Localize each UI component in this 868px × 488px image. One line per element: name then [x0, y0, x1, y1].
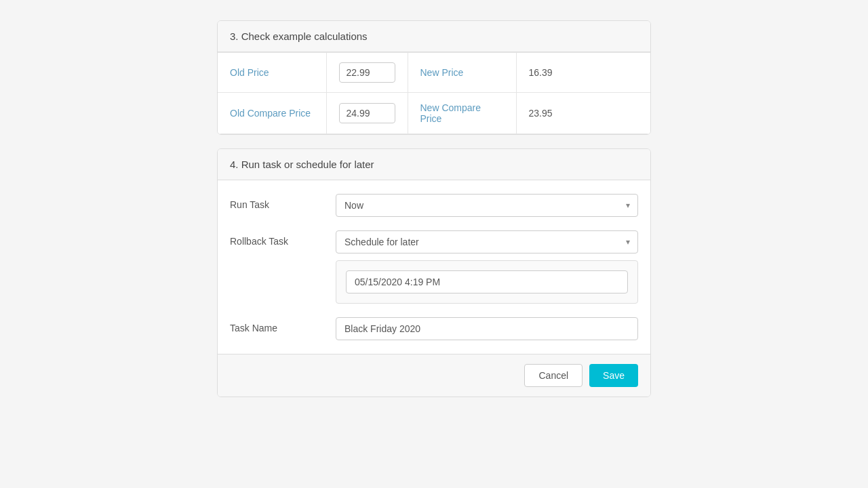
- schedule-datetime-input[interactable]: [346, 270, 628, 293]
- cancel-button[interactable]: Cancel: [524, 364, 583, 387]
- old-price-input-cell: [326, 53, 408, 93]
- section3-body: Old Price New Price 16.39 Old Compare Pr…: [218, 52, 650, 134]
- page-container: 3. Check example calculations Old Price …: [217, 20, 651, 397]
- section3-card: 3. Check example calculations Old Price …: [217, 20, 651, 135]
- section4-title: 4. Run task or schedule for later: [218, 149, 650, 180]
- save-button[interactable]: Save: [589, 364, 638, 387]
- run-task-control: Now Schedule for later ▾: [336, 194, 638, 217]
- rollback-task-row: Rollback Task Schedule for later Now ▾: [230, 230, 638, 304]
- section4-card: 4. Run task or schedule for later Run Ta…: [217, 148, 651, 397]
- section3-title: 3. Check example calculations: [218, 21, 650, 52]
- rollback-task-select-wrapper: Schedule for later Now ▾: [336, 230, 638, 253]
- run-task-select-wrapper: Now Schedule for later ▾: [336, 194, 638, 217]
- rollback-task-control: Schedule for later Now ▾: [336, 230, 638, 304]
- task-name-row: Task Name: [230, 317, 638, 340]
- table-row: Old Compare Price New Compare Price 23.9…: [218, 93, 650, 134]
- old-price-input[interactable]: [339, 62, 395, 83]
- task-name-input[interactable]: [336, 317, 638, 340]
- run-task-label: Run Task: [230, 194, 325, 210]
- run-task-row: Run Task Now Schedule for later ▾: [230, 194, 638, 217]
- task-name-label: Task Name: [230, 317, 325, 333]
- old-compare-price-input[interactable]: [339, 103, 395, 123]
- old-compare-price-input-cell: [326, 93, 408, 134]
- old-price-label: Old Price: [218, 53, 326, 93]
- section4-body: Run Task Now Schedule for later ▾ Rollba…: [218, 180, 650, 354]
- card-footer: Cancel Save: [218, 354, 650, 396]
- old-compare-price-label: Old Compare Price: [218, 93, 326, 134]
- calc-table: Old Price New Price 16.39 Old Compare Pr…: [218, 52, 650, 134]
- new-compare-price-value: 23.95: [516, 93, 650, 134]
- table-row: Old Price New Price 16.39: [218, 53, 650, 93]
- rollback-task-label: Rollback Task: [230, 230, 325, 247]
- new-price-value: 16.39: [516, 53, 650, 93]
- schedule-datetime-container: [336, 260, 638, 304]
- new-compare-price-label: New Compare Price: [408, 93, 516, 134]
- run-task-select[interactable]: Now Schedule for later: [336, 194, 638, 217]
- task-name-control: [336, 317, 638, 340]
- new-price-label: New Price: [408, 53, 516, 93]
- rollback-task-select[interactable]: Schedule for later Now: [336, 230, 638, 253]
